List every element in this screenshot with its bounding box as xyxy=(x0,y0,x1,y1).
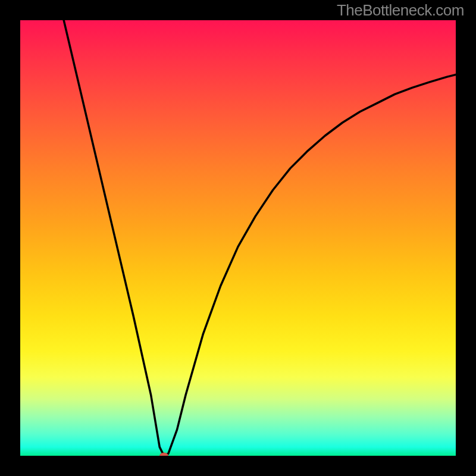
chart-frame: TheBottleneck.com xyxy=(0,0,476,476)
curve-svg xyxy=(20,20,456,456)
optimal-point-marker xyxy=(160,453,168,456)
svg-point-0 xyxy=(160,453,168,456)
bottleneck-curve xyxy=(64,20,456,456)
plot-area xyxy=(20,20,456,456)
watermark-text: TheBottleneck.com xyxy=(337,1,464,20)
